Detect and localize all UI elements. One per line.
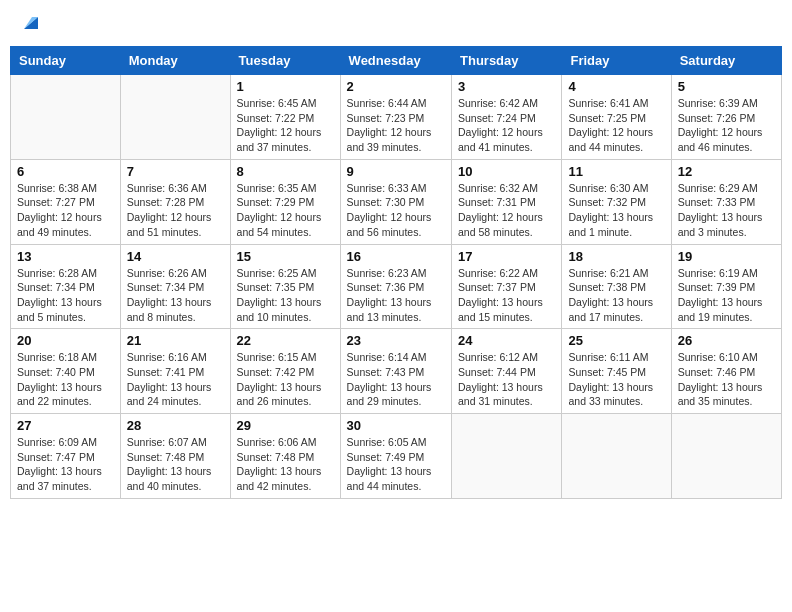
calendar-cell: 17Sunrise: 6:22 AMSunset: 7:37 PMDayligh… — [452, 244, 562, 329]
day-number: 18 — [568, 249, 664, 264]
day-info: Sunrise: 6:21 AMSunset: 7:38 PMDaylight:… — [568, 266, 664, 325]
day-number: 7 — [127, 164, 224, 179]
day-info: Sunrise: 6:39 AMSunset: 7:26 PMDaylight:… — [678, 96, 775, 155]
calendar-header-monday: Monday — [120, 47, 230, 75]
day-number: 9 — [347, 164, 445, 179]
calendar-cell: 21Sunrise: 6:16 AMSunset: 7:41 PMDayligh… — [120, 329, 230, 414]
calendar-cell: 6Sunrise: 6:38 AMSunset: 7:27 PMDaylight… — [11, 159, 121, 244]
calendar-cell: 15Sunrise: 6:25 AMSunset: 7:35 PMDayligh… — [230, 244, 340, 329]
calendar-cell: 24Sunrise: 6:12 AMSunset: 7:44 PMDayligh… — [452, 329, 562, 414]
calendar-cell: 7Sunrise: 6:36 AMSunset: 7:28 PMDaylight… — [120, 159, 230, 244]
day-info: Sunrise: 6:33 AMSunset: 7:30 PMDaylight:… — [347, 181, 445, 240]
day-info: Sunrise: 6:19 AMSunset: 7:39 PMDaylight:… — [678, 266, 775, 325]
day-number: 26 — [678, 333, 775, 348]
day-number: 2 — [347, 79, 445, 94]
day-info: Sunrise: 6:12 AMSunset: 7:44 PMDaylight:… — [458, 350, 555, 409]
day-number: 16 — [347, 249, 445, 264]
day-info: Sunrise: 6:18 AMSunset: 7:40 PMDaylight:… — [17, 350, 114, 409]
day-number: 15 — [237, 249, 334, 264]
day-number: 4 — [568, 79, 664, 94]
calendar-header-wednesday: Wednesday — [340, 47, 451, 75]
day-number: 25 — [568, 333, 664, 348]
calendar-cell: 23Sunrise: 6:14 AMSunset: 7:43 PMDayligh… — [340, 329, 451, 414]
day-info: Sunrise: 6:36 AMSunset: 7:28 PMDaylight:… — [127, 181, 224, 240]
calendar-cell — [11, 75, 121, 160]
calendar-week-row: 27Sunrise: 6:09 AMSunset: 7:47 PMDayligh… — [11, 414, 782, 499]
calendar-cell: 27Sunrise: 6:09 AMSunset: 7:47 PMDayligh… — [11, 414, 121, 499]
calendar-cell: 10Sunrise: 6:32 AMSunset: 7:31 PMDayligh… — [452, 159, 562, 244]
calendar-cell: 18Sunrise: 6:21 AMSunset: 7:38 PMDayligh… — [562, 244, 671, 329]
calendar-cell — [120, 75, 230, 160]
day-info: Sunrise: 6:15 AMSunset: 7:42 PMDaylight:… — [237, 350, 334, 409]
calendar-header-tuesday: Tuesday — [230, 47, 340, 75]
day-number: 23 — [347, 333, 445, 348]
day-info: Sunrise: 6:38 AMSunset: 7:27 PMDaylight:… — [17, 181, 114, 240]
day-info: Sunrise: 6:14 AMSunset: 7:43 PMDaylight:… — [347, 350, 445, 409]
calendar-cell: 30Sunrise: 6:05 AMSunset: 7:49 PMDayligh… — [340, 414, 451, 499]
day-number: 8 — [237, 164, 334, 179]
day-info: Sunrise: 6:35 AMSunset: 7:29 PMDaylight:… — [237, 181, 334, 240]
calendar-header-saturday: Saturday — [671, 47, 781, 75]
day-info: Sunrise: 6:42 AMSunset: 7:24 PMDaylight:… — [458, 96, 555, 155]
day-info: Sunrise: 6:16 AMSunset: 7:41 PMDaylight:… — [127, 350, 224, 409]
day-number: 29 — [237, 418, 334, 433]
day-number: 30 — [347, 418, 445, 433]
calendar-cell — [671, 414, 781, 499]
calendar-cell: 12Sunrise: 6:29 AMSunset: 7:33 PMDayligh… — [671, 159, 781, 244]
day-info: Sunrise: 6:26 AMSunset: 7:34 PMDaylight:… — [127, 266, 224, 325]
day-number: 13 — [17, 249, 114, 264]
logo — [20, 15, 40, 31]
day-number: 28 — [127, 418, 224, 433]
calendar-cell: 22Sunrise: 6:15 AMSunset: 7:42 PMDayligh… — [230, 329, 340, 414]
day-info: Sunrise: 6:05 AMSunset: 7:49 PMDaylight:… — [347, 435, 445, 494]
day-info: Sunrise: 6:22 AMSunset: 7:37 PMDaylight:… — [458, 266, 555, 325]
day-number: 5 — [678, 79, 775, 94]
calendar-cell: 13Sunrise: 6:28 AMSunset: 7:34 PMDayligh… — [11, 244, 121, 329]
calendar-header-thursday: Thursday — [452, 47, 562, 75]
calendar-cell: 2Sunrise: 6:44 AMSunset: 7:23 PMDaylight… — [340, 75, 451, 160]
day-number: 19 — [678, 249, 775, 264]
day-number: 27 — [17, 418, 114, 433]
day-number: 14 — [127, 249, 224, 264]
day-info: Sunrise: 6:11 AMSunset: 7:45 PMDaylight:… — [568, 350, 664, 409]
day-info: Sunrise: 6:32 AMSunset: 7:31 PMDaylight:… — [458, 181, 555, 240]
day-info: Sunrise: 6:09 AMSunset: 7:47 PMDaylight:… — [17, 435, 114, 494]
day-info: Sunrise: 6:30 AMSunset: 7:32 PMDaylight:… — [568, 181, 664, 240]
calendar-cell: 16Sunrise: 6:23 AMSunset: 7:36 PMDayligh… — [340, 244, 451, 329]
calendar-cell: 8Sunrise: 6:35 AMSunset: 7:29 PMDaylight… — [230, 159, 340, 244]
day-number: 12 — [678, 164, 775, 179]
calendar-cell: 9Sunrise: 6:33 AMSunset: 7:30 PMDaylight… — [340, 159, 451, 244]
calendar-week-row: 20Sunrise: 6:18 AMSunset: 7:40 PMDayligh… — [11, 329, 782, 414]
day-info: Sunrise: 6:29 AMSunset: 7:33 PMDaylight:… — [678, 181, 775, 240]
day-info: Sunrise: 6:44 AMSunset: 7:23 PMDaylight:… — [347, 96, 445, 155]
logo-icon — [22, 13, 40, 31]
page-header — [10, 10, 782, 36]
day-number: 10 — [458, 164, 555, 179]
day-info: Sunrise: 6:07 AMSunset: 7:48 PMDaylight:… — [127, 435, 224, 494]
day-number: 3 — [458, 79, 555, 94]
day-number: 22 — [237, 333, 334, 348]
calendar-cell — [452, 414, 562, 499]
calendar-header-sunday: Sunday — [11, 47, 121, 75]
calendar-cell — [562, 414, 671, 499]
calendar-week-row: 6Sunrise: 6:38 AMSunset: 7:27 PMDaylight… — [11, 159, 782, 244]
day-number: 1 — [237, 79, 334, 94]
calendar-cell: 1Sunrise: 6:45 AMSunset: 7:22 PMDaylight… — [230, 75, 340, 160]
calendar-week-row: 13Sunrise: 6:28 AMSunset: 7:34 PMDayligh… — [11, 244, 782, 329]
day-number: 17 — [458, 249, 555, 264]
calendar-header-friday: Friday — [562, 47, 671, 75]
calendar-cell: 14Sunrise: 6:26 AMSunset: 7:34 PMDayligh… — [120, 244, 230, 329]
calendar-table: SundayMondayTuesdayWednesdayThursdayFrid… — [10, 46, 782, 499]
day-number: 21 — [127, 333, 224, 348]
calendar-week-row: 1Sunrise: 6:45 AMSunset: 7:22 PMDaylight… — [11, 75, 782, 160]
calendar-cell: 28Sunrise: 6:07 AMSunset: 7:48 PMDayligh… — [120, 414, 230, 499]
calendar-cell: 4Sunrise: 6:41 AMSunset: 7:25 PMDaylight… — [562, 75, 671, 160]
day-info: Sunrise: 6:06 AMSunset: 7:48 PMDaylight:… — [237, 435, 334, 494]
day-number: 6 — [17, 164, 114, 179]
day-info: Sunrise: 6:28 AMSunset: 7:34 PMDaylight:… — [17, 266, 114, 325]
day-info: Sunrise: 6:45 AMSunset: 7:22 PMDaylight:… — [237, 96, 334, 155]
calendar-cell: 29Sunrise: 6:06 AMSunset: 7:48 PMDayligh… — [230, 414, 340, 499]
day-number: 11 — [568, 164, 664, 179]
day-info: Sunrise: 6:25 AMSunset: 7:35 PMDaylight:… — [237, 266, 334, 325]
calendar-cell: 19Sunrise: 6:19 AMSunset: 7:39 PMDayligh… — [671, 244, 781, 329]
